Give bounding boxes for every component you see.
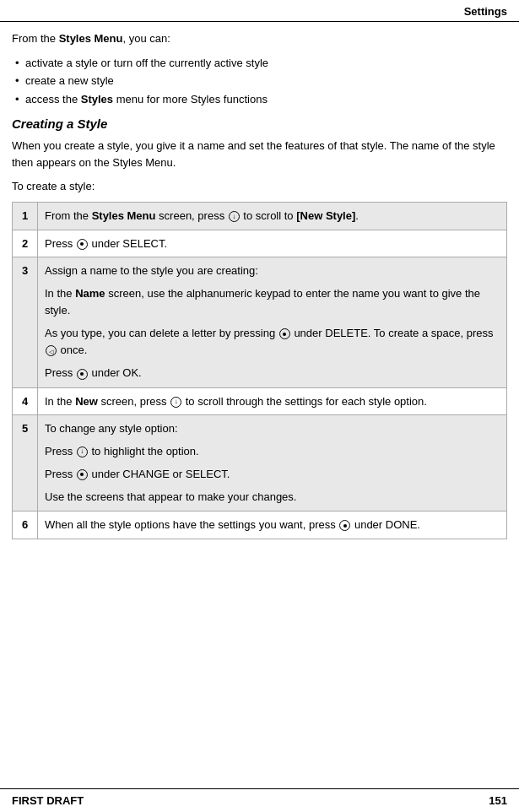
name-bold: Name — [75, 287, 105, 300]
bullet-list: activate a style or turn off the current… — [12, 54, 507, 109]
scroll-icon — [170, 397, 181, 408]
table-row: 2 Press under SELECT. — [13, 230, 507, 257]
step-content: From the Styles Menu screen, press to sc… — [38, 203, 507, 230]
change-button-icon — [77, 469, 88, 480]
page-header: Settings — [0, 0, 519, 22]
page-content: From the Styles Menu, you can: activate … — [0, 22, 519, 590]
list-item: activate a style or turn off the current… — [12, 54, 507, 73]
step-content: Assign a name to the style you are creat… — [38, 257, 507, 387]
table-row: 5 To change any style option: Press to h… — [13, 415, 507, 512]
styles-menu-bold: Styles Menu — [59, 32, 123, 45]
step-content: In the New screen, press to scroll throu… — [38, 387, 507, 415]
table-row: 4 In the New screen, press to scroll thr… — [13, 387, 507, 415]
step-number: 1 — [13, 203, 38, 230]
step-number: 4 — [13, 387, 38, 415]
header-title: Settings — [464, 5, 507, 18]
step-content: Press under SELECT. — [38, 230, 507, 257]
step-sub-para: In the Name screen, use the alphanumeric… — [45, 285, 500, 319]
space-button-icon — [46, 345, 57, 356]
step-sub-para: Use the screens that appear to make your… — [45, 489, 500, 506]
step-number: 2 — [13, 230, 38, 257]
table-row: 1 From the Styles Menu screen, press to … — [13, 203, 507, 230]
table-row: 6 When all the style options have the se… — [13, 512, 507, 539]
footer-left: FIRST DRAFT — [12, 794, 84, 807]
done-button-icon — [339, 520, 350, 531]
delete-button-icon — [279, 328, 290, 339]
new-style-bold: [New Style] — [296, 209, 355, 222]
list-item: access the Styles menu for more Styles f… — [12, 90, 507, 109]
list-item: create a new style — [12, 72, 507, 90]
section-heading: Creating a Style — [12, 116, 507, 131]
step-sub-para: Press to highlight the option. — [45, 443, 500, 460]
step-number: 6 — [13, 512, 38, 539]
styles-bold: Styles — [81, 93, 113, 106]
steps-table: 1 From the Styles Menu screen, press to … — [12, 202, 507, 539]
body-para-1: When you create a style, you give it a n… — [12, 138, 507, 171]
ok-button-icon — [77, 369, 88, 380]
styles-menu-inline: Styles Menu — [92, 209, 156, 222]
step-sub-para: Press under CHANGE or SELECT. — [45, 466, 500, 483]
step-number: 3 — [13, 257, 38, 387]
step-content: When all the style options have the sett… — [38, 512, 507, 539]
intro-paragraph: From the Styles Menu, you can: — [12, 30, 507, 47]
page-footer: FIRST DRAFT 151 — [0, 788, 519, 812]
step-number: 5 — [13, 415, 38, 512]
highlight-icon — [77, 447, 88, 457]
select-button-icon — [77, 239, 88, 250]
scroll-icon — [229, 211, 240, 222]
step-content: To change any style option: Press to hig… — [38, 415, 507, 512]
table-row: 3 Assign a name to the style you are cre… — [13, 257, 507, 387]
new-bold: New — [75, 395, 98, 408]
step-sub-para: Press under OK. — [45, 365, 500, 382]
body-para-2: To create a style: — [12, 178, 507, 195]
footer-right: 151 — [489, 794, 507, 807]
step-sub-para: As you type, you can delete a letter by … — [45, 325, 500, 359]
